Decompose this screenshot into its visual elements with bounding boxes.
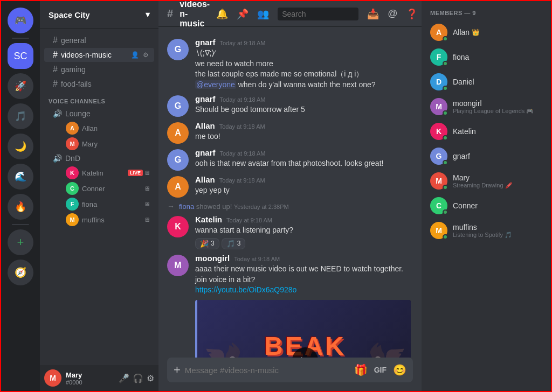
pin-icon[interactable]: 📌: [237, 8, 249, 20]
microphone-icon[interactable]: 🎤: [119, 373, 129, 383]
status-dot-daniel: [443, 86, 448, 91]
mention-icon[interactable]: @: [388, 8, 397, 19]
status-dot-conner: [443, 209, 448, 215]
member-name-conner: Conner: [82, 185, 105, 193]
hash-icon: #: [53, 79, 58, 89]
message-group-moongirl: M moongirl Today at 9:18 AM aaaa their n…: [158, 251, 422, 358]
server-header[interactable]: Space City ▾: [40, 1, 158, 29]
msg-author-moongirl[interactable]: moongirl: [195, 254, 230, 263]
help-icon[interactable]: ❓: [406, 8, 418, 20]
live-badge: LIVE: [128, 170, 143, 176]
member-info-mary-sidebar: Mary Streaming Drawing 🖍️: [453, 173, 542, 189]
channel-item-gaming[interactable]: # gaming: [44, 62, 154, 76]
channel-name-videos: videos-n-music: [61, 51, 112, 59]
server-icon-label: SC: [13, 51, 27, 62]
member-item-muffins-sidebar[interactable]: M muffins Listening to Spotify 🎵: [426, 219, 547, 242]
gif-icon[interactable]: GIF: [374, 366, 387, 374]
voice-member-allan[interactable]: A Allan: [44, 121, 154, 136]
voice-member-mary[interactable]: M Mary: [44, 136, 154, 151]
msg-author-gnarf3[interactable]: gnarf: [195, 148, 216, 157]
reaction-party[interactable]: 🎉 3: [195, 238, 219, 249]
message-group-katelin: K Katelin Today at 9:18 AM wanna start a…: [158, 213, 422, 251]
settings-icon[interactable]: ⚙: [141, 51, 150, 59]
reaction-count-party: 3: [211, 240, 215, 247]
members-icon[interactable]: 👥: [257, 8, 269, 20]
msg-author-katelin[interactable]: Katelin: [195, 215, 222, 224]
voice-member-fiona[interactable]: F fiona 🖥: [44, 197, 154, 212]
notification-bell-icon[interactable]: 🔔: [216, 8, 228, 20]
user-panel-avatar: M: [44, 369, 61, 387]
explore-servers-button[interactable]: 🧭: [8, 260, 33, 285]
member-avatar-muffins-sidebar: M: [430, 222, 447, 239]
channel-hash-icon: #: [167, 8, 173, 20]
msg-timestamp-allan1: Today at 9:18 AM: [219, 123, 265, 130]
chat-header: # videos-n-music 🔔 📌 👥 📥 @ ❓: [158, 1, 422, 27]
search-input[interactable]: [278, 8, 358, 20]
msg-text-moongirl: aaaa their new music video is out we NEE…: [195, 264, 413, 285]
channel-item-videos-n-music[interactable]: # videos-n-music 👤 ⚙: [44, 48, 154, 62]
member-item-daniel[interactable]: D Daniel: [426, 70, 547, 94]
member-name-daniel: Daniel: [453, 78, 542, 86]
voice-member-muffins[interactable]: M muffins 🖥: [44, 212, 154, 227]
server-icon-spacecity[interactable]: SC: [8, 43, 33, 69]
members-header: MEMBERS — 9: [426, 10, 547, 20]
msg-author-gnarf[interactable]: gnarf: [195, 38, 216, 47]
voice-member-conner[interactable]: C Conner 🖥: [44, 181, 154, 196]
youtube-embed: 🦅 🦅 BEAK ▶: [195, 300, 411, 358]
member-avatar-fiona: F: [66, 198, 79, 211]
reaction-emoji-party: 🎉: [200, 240, 209, 248]
msg-content-gnarf1: gnarf Today at 9:18 AM ∖(;∇;)∕ we need t…: [195, 38, 413, 90]
compass-icon: 🧭: [15, 267, 26, 278]
channel-item-general[interactable]: # general: [44, 33, 154, 47]
gift-icon[interactable]: 🎁: [354, 363, 368, 376]
system-msg-name-fiona: fiona: [179, 202, 194, 211]
add-server-button[interactable]: +: [8, 229, 33, 255]
member-name-muffins-sidebar: muffins: [453, 223, 542, 232]
settings-icon[interactable]: ⚙: [147, 373, 154, 383]
voice-channel-lounge[interactable]: 🔊 Lounge: [44, 107, 154, 120]
msg-author-allan2[interactable]: Allan: [195, 175, 215, 184]
hash-icon: #: [53, 36, 58, 45]
input-icons: 🎁 GIF 😊: [354, 363, 406, 376]
member-name-gnarf-sidebar: gnarf: [453, 152, 542, 160]
youtube-link[interactable]: https://youtu.be/OiDx6aQ928o: [195, 285, 296, 294]
server-icon-3[interactable]: 🎵: [8, 103, 33, 129]
chat-input-field[interactable]: [185, 360, 350, 381]
server-icon-6[interactable]: 🔥: [8, 194, 33, 220]
member-item-moongirl-sidebar[interactable]: M moongirl Playing League of Legends 🎮: [426, 95, 547, 118]
discord-home-button[interactable]: 🎮: [8, 8, 33, 33]
msg-text-allan1: me too!: [195, 131, 413, 142]
member-item-allan[interactable]: A Allan 👑: [426, 20, 547, 44]
msg-author-gnarf2[interactable]: gnarf: [195, 94, 216, 103]
video-preview[interactable]: 🦅 🦅 BEAK ▶: [197, 300, 411, 358]
member-item-fiona-sidebar[interactable]: F fiona: [426, 45, 547, 69]
user-plus-icon[interactable]: 👤: [130, 51, 139, 59]
member-name-allan-sidebar: Allan 👑: [453, 28, 542, 37]
channel-name-gaming: gaming: [61, 65, 86, 74]
user-panel-name: Mary: [66, 371, 114, 379]
add-icon: +: [17, 235, 24, 249]
member-info-katelin-sidebar: Katelin: [453, 127, 542, 136]
server-divider: [12, 38, 29, 39]
msg-text-gnarf2: Should be good tomorrow after 5: [195, 104, 413, 115]
member-item-katelin-sidebar[interactable]: K Katelin: [426, 120, 547, 143]
msg-text-gnarf1a: ∖(;∇;)∕: [195, 48, 413, 59]
voice-member-katelin[interactable]: K Katelin LIVE 🖥: [44, 165, 154, 180]
reaction-music[interactable]: 🎵 3: [222, 238, 246, 249]
msg-header-katelin: Katelin Today at 9:18 AM: [195, 215, 413, 224]
member-avatar-katelin-sidebar: K: [430, 123, 447, 140]
server-icon-4[interactable]: 🌙: [8, 134, 33, 159]
member-item-conner-sidebar[interactable]: C Conner: [426, 194, 547, 218]
channel-item-food-fails[interactable]: # food-fails: [44, 77, 154, 91]
emoji-icon[interactable]: 😊: [393, 363, 406, 376]
inbox-icon[interactable]: 📥: [367, 8, 379, 20]
headphone-icon[interactable]: 🎧: [133, 373, 143, 383]
server-icon-5[interactable]: 🌊: [8, 164, 33, 190]
member-item-mary-sidebar[interactable]: M Mary Streaming Drawing 🖍️: [426, 169, 547, 193]
attach-button[interactable]: +: [174, 358, 181, 382]
voice-channel-dnd[interactable]: 🔊 DnD: [44, 152, 154, 165]
member-name-fiona-sidebar: fiona: [453, 53, 542, 61]
msg-author-allan1[interactable]: Allan: [195, 121, 215, 130]
server-icon-2[interactable]: 🚀: [8, 73, 33, 99]
member-item-gnarf-sidebar[interactable]: G gnarf: [426, 144, 547, 168]
